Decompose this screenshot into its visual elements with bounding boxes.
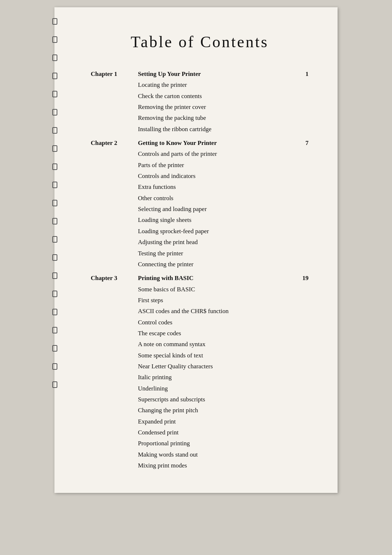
table-row: ASCII codes and the CHR$ function <box>91 306 309 317</box>
binding-mark <box>52 345 57 352</box>
table-row: Near Letter Quality characters <box>91 361 309 372</box>
page-title: Table of Contents <box>91 33 309 51</box>
table-row: Check the carton contents <box>91 91 309 102</box>
toc-entry: Italic printing <box>138 372 294 383</box>
table-row: Proportional printing <box>91 438 309 449</box>
binding-mark <box>52 381 57 388</box>
toc-entry: Some basics of BASIC <box>138 284 294 295</box>
toc-entry: A note on command syntax <box>138 339 294 350</box>
binding-mark <box>52 363 57 370</box>
chapter-1-row: Chapter 1 Setting Up Your Printer 1 <box>91 66 309 80</box>
toc-entry: Proportional printing <box>138 438 294 449</box>
toc-entry: The escape codes <box>138 328 294 339</box>
binding-mark <box>52 54 57 61</box>
binding-mark <box>52 218 57 224</box>
toc-entry: Control codes <box>138 317 294 328</box>
binding-mark <box>52 236 57 243</box>
binding-mark <box>52 327 57 333</box>
table-row: Removing the printer cover <box>91 102 309 113</box>
table-row: The escape codes <box>91 328 309 339</box>
chapter-1-label: Chapter 1 <box>91 66 138 80</box>
table-row: Other controls <box>91 193 309 204</box>
toc-entry: Parts of the printer <box>138 160 294 171</box>
toc-entry: Other controls <box>138 193 294 204</box>
table-row: Parts of the printer <box>91 160 309 171</box>
binding-mark <box>52 91 57 97</box>
binding-mark <box>52 127 57 134</box>
toc-entry: Extra functions <box>138 182 294 193</box>
toc-entry: Adjusting the print head <box>138 237 294 248</box>
binding-mark <box>52 254 57 261</box>
toc-entry: Connecting the printer <box>138 259 294 270</box>
table-row: Loading sprocket-feed paper <box>91 226 309 237</box>
table-row: First steps <box>91 295 309 306</box>
toc-entry: Installing the ribbon cartridge <box>138 124 294 135</box>
binding-mark <box>52 163 57 170</box>
toc-entry: Controls and indicators <box>138 171 294 182</box>
toc-entry: Underlining <box>138 383 294 394</box>
chapter-3-title: Printing with BASIC <box>138 270 294 284</box>
chapter-1-pagenum: 1 <box>294 66 309 80</box>
table-row: A note on command syntax <box>91 339 309 350</box>
chapter-2-title: Getting to Know Your Printer <box>138 135 294 149</box>
table-row: Making words stand out <box>91 449 309 460</box>
toc-entry: Check the carton contents <box>138 91 294 102</box>
table-row: Condensed print <box>91 427 309 438</box>
table-row: Loading single sheets <box>91 215 309 226</box>
binding-mark <box>52 272 57 279</box>
chapter-1-title: Setting Up Your Printer <box>138 66 294 80</box>
toc-entry: Removing the packing tube <box>138 113 294 123</box>
table-row: Connecting the printer <box>91 259 309 270</box>
table-row: Selecting and loading paper <box>91 204 309 215</box>
binding-mark <box>52 18 57 25</box>
binding-mark <box>52 182 57 188</box>
toc-table: Chapter 1 Setting Up Your Printer 1 Loca… <box>91 66 309 471</box>
table-row: Controls and indicators <box>91 171 309 182</box>
table-row: Testing the printer <box>91 248 309 259</box>
table-row: Some special kinds of text <box>91 350 309 361</box>
chapter-2-pagenum: 7 <box>294 135 309 149</box>
chapter-3-label: Chapter 3 <box>91 270 138 284</box>
binding-mark <box>52 309 57 315</box>
toc-entry: First steps <box>138 295 294 306</box>
toc-entry: Selecting and loading paper <box>138 204 294 215</box>
table-row: Extra functions <box>91 182 309 193</box>
toc-entry: Making words stand out <box>138 449 294 460</box>
table-row: Control codes <box>91 317 309 328</box>
chapter-2-row: Chapter 2 Getting to Know Your Printer 7 <box>91 135 309 149</box>
table-row: Adjusting the print head <box>91 237 309 248</box>
toc-entry: Controls and parts of the printer <box>138 149 294 159</box>
binding <box>52 7 59 493</box>
chapter-3-pagenum: 19 <box>294 270 309 284</box>
table-row: Controls and parts of the printer <box>91 149 309 159</box>
page: Table of Contents Chapter 1 Setting Up Y… <box>54 7 338 493</box>
toc-entry: Changing the print pitch <box>138 405 294 416</box>
table-row: Changing the print pitch <box>91 405 309 416</box>
toc-entry: Loading sprocket-feed paper <box>138 226 294 237</box>
binding-mark <box>52 200 57 206</box>
table-row: Superscripts and subscripts <box>91 394 309 405</box>
table-row: Installing the ribbon cartridge <box>91 124 309 135</box>
binding-mark <box>52 145 57 152</box>
toc-entry: Expanded print <box>138 416 294 427</box>
binding-mark <box>52 291 57 297</box>
toc-entry: Near Letter Quality characters <box>138 361 294 372</box>
table-row: Locating the printer <box>91 80 309 90</box>
toc-entry: Some special kinds of text <box>138 350 294 361</box>
toc-entry: Mixing print modes <box>138 460 294 471</box>
binding-mark <box>52 109 57 116</box>
table-row: Expanded print <box>91 416 309 427</box>
toc-entry: Superscripts and subscripts <box>138 394 294 405</box>
toc-entry: Locating the printer <box>138 80 294 90</box>
table-row: Some basics of BASIC <box>91 284 309 295</box>
binding-mark <box>52 36 57 43</box>
chapter-3-row: Chapter 3 Printing with BASIC 19 <box>91 270 309 284</box>
table-row: Removing the packing tube <box>91 113 309 123</box>
toc-entry: Loading single sheets <box>138 215 294 226</box>
table-row: Italic printing <box>91 372 309 383</box>
toc-entry: Removing the printer cover <box>138 102 294 113</box>
table-row: Underlining <box>91 383 309 394</box>
toc-entry: ASCII codes and the CHR$ function <box>138 306 294 317</box>
chapter-2-label: Chapter 2 <box>91 135 138 149</box>
binding-mark <box>52 73 57 79</box>
